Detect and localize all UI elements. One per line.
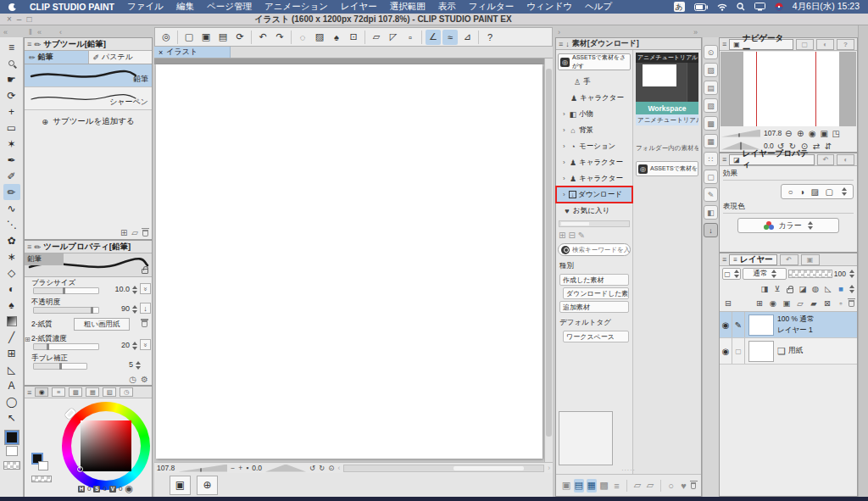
move-tool[interactable]: +	[3, 103, 20, 120]
tab-animation-cels[interactable]: ↶	[817, 154, 835, 165]
select-materials-button[interactable]: ▣	[561, 479, 571, 493]
tab-color-wheel[interactable]: ◉	[35, 387, 48, 397]
tree-item-character2[interactable]: ›♟キャラクター	[556, 154, 632, 170]
zoom-out-button[interactable]: −	[231, 464, 235, 472]
input-method-icon[interactable]: あ	[674, 2, 685, 12]
opacity-value[interactable]: 90	[121, 304, 130, 313]
menu-window[interactable]: ウィンドウ	[526, 1, 572, 13]
new-folder-button[interactable]: ▣	[781, 298, 793, 309]
dock-handle-icon[interactable]: ‖	[29, 28, 32, 36]
transfer-layer-button[interactable]: ▱	[794, 298, 806, 309]
expand-plus-icon[interactable]: ⊞	[25, 336, 31, 343]
wheel-sub-color-swatch[interactable]	[38, 461, 48, 470]
border-effect-button[interactable]: ○	[788, 187, 793, 197]
paste-to-canvas-button[interactable]: ▱	[632, 479, 643, 493]
tab-color-history[interactable]: ◷	[120, 387, 133, 397]
layerprop-menu-icon[interactable]: ≡	[722, 155, 726, 164]
zoom-slider-thumb[interactable]	[200, 464, 202, 473]
material-search-input[interactable]	[572, 246, 630, 253]
canvas-rotation-value[interactable]: 0.0	[252, 464, 262, 472]
tree-item-hand[interactable]: ♙手	[556, 74, 632, 90]
nav-zoom-thumb[interactable]	[738, 128, 740, 139]
pencil-tool-selected[interactable]: ✏	[3, 184, 20, 200]
expression-color-select[interactable]: カラー	[737, 218, 839, 233]
snap-special-ruler-button[interactable]: ≈	[442, 30, 458, 45]
open-file-button[interactable]: ▣	[198, 30, 214, 45]
menu-layer[interactable]: レイヤー	[341, 1, 377, 13]
texture-density-value[interactable]: 20	[121, 341, 130, 349]
assets-search-button[interactable]: ◎ ASSETSで素材をさがす	[558, 53, 631, 70]
canvas-tab[interactable]: × イラスト	[154, 47, 231, 58]
palette-color-button[interactable]: ■	[835, 283, 847, 294]
tab-layer-history[interactable]: ↶	[780, 254, 798, 265]
tree-item-background[interactable]: ›⌂背景	[556, 122, 632, 138]
line-tool[interactable]: ╱	[3, 329, 20, 345]
delete-layer-button[interactable]	[849, 300, 854, 307]
tab-layer-property[interactable]: ◪レイヤープロパティ	[729, 154, 815, 165]
main-color-swatch[interactable]	[5, 431, 19, 444]
tab-subview[interactable]: ▢	[796, 39, 814, 50]
opacity-stepper[interactable]	[132, 305, 137, 314]
lock-layer-button[interactable]	[784, 283, 796, 294]
nav-fit-screen-button[interactable]: ▣	[819, 128, 829, 138]
new-canvas-button[interactable]: ▢	[181, 30, 197, 45]
dock-image-material-button[interactable]: ▧	[704, 98, 718, 113]
tab-intermediate-color[interactable]: ▦	[86, 387, 99, 397]
expand-chevron-icon[interactable]: ›	[563, 159, 567, 166]
hsv-mode-toggle-icon[interactable]: ◉	[125, 483, 133, 494]
fill-tool[interactable]: ♠	[3, 297, 20, 313]
texture-density-stepper[interactable]	[132, 342, 137, 350]
canvas-rotation-slider[interactable]	[265, 465, 306, 472]
material-collapse-icon[interactable]: ›	[558, 28, 560, 36]
merge-layer-button[interactable]: ▰	[808, 298, 820, 309]
nav-fullscreen-button[interactable]: ◳	[831, 128, 841, 138]
hscroll-left-icon[interactable]: ‹	[337, 464, 340, 472]
apple-icon[interactable]	[8, 3, 17, 11]
display-icon[interactable]	[754, 3, 765, 11]
layer1-thumbnail[interactable]	[748, 315, 774, 336]
layers-menu-icon[interactable]: ≡	[722, 255, 726, 264]
hscroll-right-icon[interactable]: ›	[548, 464, 550, 472]
import-subtool-icon[interactable]: ⊞	[120, 228, 127, 237]
snap-ruler-button[interactable]: ∠	[426, 30, 441, 45]
canvas-horizontal-scrollbar[interactable]	[343, 465, 544, 472]
tree-item-character[interactable]: ♟キャラクター	[556, 90, 632, 106]
rotate-view-tool[interactable]: ⟳	[3, 87, 20, 103]
opacity-slider[interactable]	[33, 307, 99, 314]
toolprop-menu-icon[interactable]: ≡	[27, 242, 31, 251]
add-subtool-button[interactable]: ⊕ サブツールを追加する	[25, 110, 152, 132]
remove-folder-icon[interactable]: ⊟	[568, 231, 575, 240]
tree-hscroll-thumb[interactable]	[561, 222, 589, 225]
canvas-page[interactable]	[156, 64, 542, 459]
nav-rotate-thumb[interactable]	[740, 141, 742, 152]
layer1-visibility-eye-icon[interactable]: ◉	[720, 312, 732, 337]
dock-primary-button[interactable]: ▢	[704, 170, 718, 184]
delete-subtool-icon[interactable]	[142, 230, 148, 237]
paper-texture-button[interactable]: 粗い画用紙	[74, 318, 130, 331]
clip-studio-open-button[interactable]: ◎	[159, 30, 174, 45]
sub-color-swatch[interactable]	[6, 446, 18, 456]
gradient-map-button[interactable]: ◸	[386, 30, 401, 45]
blend-tool[interactable]: ◐	[3, 281, 20, 297]
tree-item-character3[interactable]: ›♟キャラクター	[556, 170, 632, 186]
tab-color-slider[interactable]: ≡	[52, 387, 65, 397]
layer2-name[interactable]: 用紙	[788, 346, 803, 356]
invert-selection-button[interactable]: ▨	[312, 30, 327, 45]
airbrush-tool[interactable]: ⋱	[3, 216, 20, 232]
colorwheel-menu-icon[interactable]: ≡	[27, 388, 31, 397]
expand-chevron-icon[interactable]: ›	[563, 191, 567, 198]
blend-mode-select[interactable]: 通常	[743, 268, 787, 280]
navigator-zoom-value[interactable]: 107.8	[764, 129, 782, 137]
import-material-button[interactable]: ▱	[645, 479, 655, 493]
app-sphere-icon[interactable]	[775, 3, 783, 11]
expand-chevron-icon[interactable]: ›	[563, 110, 567, 118]
menubar-clock[interactable]: 4月6日(水) 15:23	[793, 1, 860, 13]
canvas-tab-close-icon[interactable]: ×	[159, 48, 163, 57]
brush-size-stepper[interactable]	[132, 286, 137, 294]
tree-horizontal-scrollbar[interactable]	[559, 220, 630, 227]
layer1-name[interactable]: レイヤー 1	[777, 326, 814, 336]
navigator-zoom-slider[interactable]	[721, 130, 760, 137]
layer2-visibility-eye-icon[interactable]: ◉	[720, 338, 732, 364]
brush-size-dynamics-button[interactable]: »	[140, 283, 151, 294]
favorite-material-button[interactable]: ♥	[678, 479, 688, 493]
